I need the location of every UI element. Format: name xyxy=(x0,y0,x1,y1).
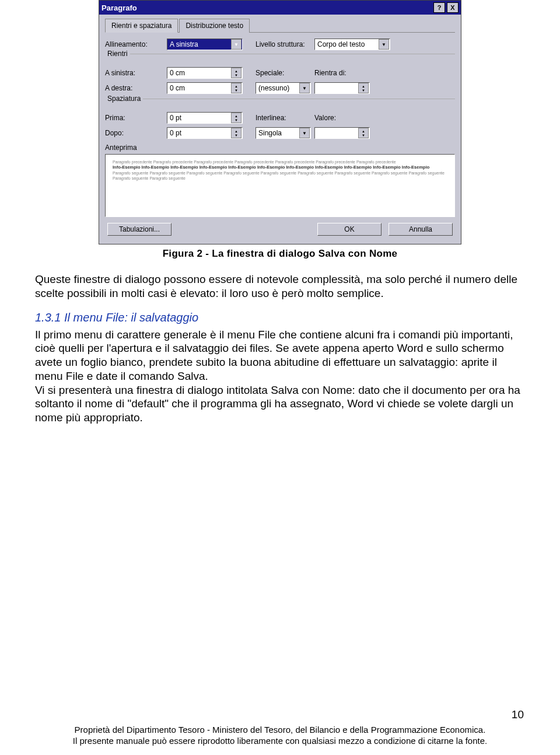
chevron-down-icon: ▼ xyxy=(379,39,389,50)
spinner-arrows-icon: ▲▼ xyxy=(358,83,369,93)
group-spacing-label: Spaziatura xyxy=(105,95,143,103)
indent-right-spinner[interactable]: 0 cm ▲▼ xyxy=(167,82,243,94)
linespacing-at-spinner[interactable]: ▲▼ xyxy=(314,127,370,139)
body-paragraph: Queste finestre di dialogo possono esser… xyxy=(35,272,525,300)
spinner-arrows-icon: ▲▼ xyxy=(358,128,369,138)
group-rientri-label: Rientri xyxy=(105,50,130,58)
spinner-arrows-icon: ▲▼ xyxy=(231,83,242,93)
indent-left-spinner[interactable]: 0 cm ▲▼ xyxy=(167,67,243,79)
dialog-titlebar: Paragrafo ? X xyxy=(99,1,461,15)
dialog-title: Paragrafo xyxy=(102,4,137,12)
ok-button[interactable]: OK xyxy=(317,223,382,236)
tab-text-distribution[interactable]: Distribuzione testo xyxy=(179,19,250,33)
outline-level-combo[interactable]: Corpo del testo ▼ xyxy=(314,39,390,50)
special-label: Speciale: xyxy=(256,69,311,77)
indent-left-label: A sinistra: xyxy=(105,69,163,77)
page-number: 10 xyxy=(512,708,524,721)
cancel-button[interactable]: Annulla xyxy=(388,223,453,236)
spinner-arrows-icon: ▲▼ xyxy=(231,113,242,123)
chevron-down-icon: ▼ xyxy=(299,83,310,93)
footer-line: Il presente manuale può essere riprodott… xyxy=(0,736,560,746)
spacing-after-label: Dopo: xyxy=(105,129,163,137)
spacing-before-spinner[interactable]: 0 pt ▲▼ xyxy=(167,112,243,124)
paragraph-dialog: Paragrafo ? X Rientri e spaziatura Distr… xyxy=(99,0,461,244)
linespacing-label: Interlinea: xyxy=(256,114,311,122)
linespacing-at-label: Valore: xyxy=(314,114,370,122)
outline-level-label: Livello struttura: xyxy=(256,40,311,48)
alignment-combo[interactable]: A sinistra ▼ xyxy=(167,39,243,50)
indent-by-label: Rientra di: xyxy=(314,69,370,77)
indent-by-spinner[interactable]: ▲▼ xyxy=(314,82,370,94)
spacing-before-label: Prima: xyxy=(105,114,163,122)
body-paragraph: Il primo menu di carattere generale è il… xyxy=(35,328,525,383)
help-icon[interactable]: ? xyxy=(433,2,445,13)
preview-label: Anteprima xyxy=(105,144,455,152)
linespacing-combo[interactable]: Singola ▼ xyxy=(256,127,311,139)
alignment-label: Allineamento: xyxy=(105,40,163,48)
chevron-down-icon: ▼ xyxy=(299,128,310,138)
footer-line: Proprietà del Dipartimento Tesoro - Mini… xyxy=(0,725,560,735)
spinner-arrows-icon: ▲▼ xyxy=(231,128,242,138)
tabs-button[interactable]: Tabulazioni... xyxy=(107,223,172,236)
figure-caption: Figura 2 - La finestra di dialogo Salva … xyxy=(35,248,525,260)
chevron-down-icon: ▼ xyxy=(231,39,242,50)
close-icon[interactable]: X xyxy=(447,2,459,13)
spinner-arrows-icon: ▲▼ xyxy=(231,68,242,78)
indent-right-label: A destra: xyxy=(105,84,163,92)
section-heading: 1.3.1 Il menu File: il salvataggio xyxy=(35,311,525,324)
preview-box: Paragrafo precedente Paragrafo precedent… xyxy=(105,154,455,217)
tab-indent-spacing[interactable]: Rientri e spaziatura xyxy=(105,19,178,33)
body-paragraph: Vi si presenterà una finestra di dialogo… xyxy=(35,383,525,425)
footer: Proprietà del Dipartimento Tesoro - Mini… xyxy=(0,725,560,746)
special-combo[interactable]: (nessuno) ▼ xyxy=(256,82,311,94)
spacing-after-spinner[interactable]: 0 pt ▲▼ xyxy=(167,127,243,139)
